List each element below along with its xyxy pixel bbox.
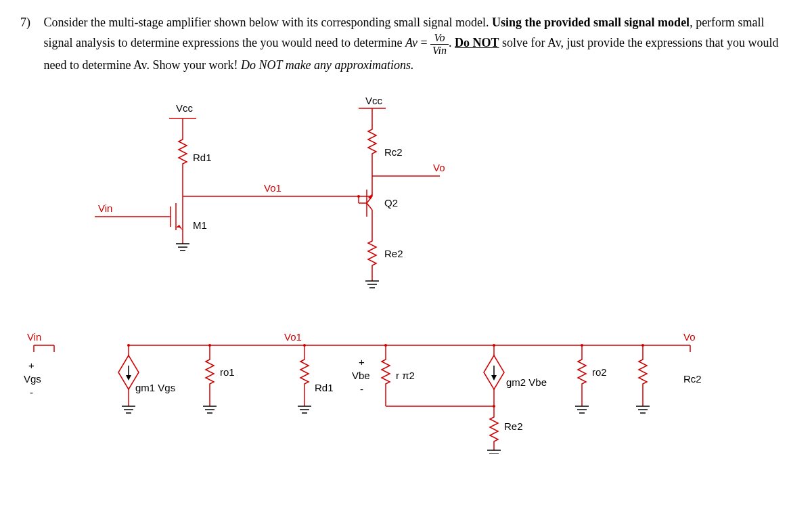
schematic-top: Vcc Rd1 Vo1 Vin M1 Vcc Rc2 Vo Q2 (61, 95, 494, 311)
frac-num: Vo (430, 32, 449, 45)
schematic-svg: Vcc Rd1 Vo1 Vin M1 Vcc Rc2 Vo Q2 (61, 95, 494, 311)
ss-re2: Re2 (504, 420, 523, 432)
svg-marker-37 (126, 375, 131, 380)
ss-rd1: Rd1 (315, 382, 334, 393)
ss-rpi2: r π2 (396, 370, 415, 381)
eq-av: Av (405, 36, 418, 49)
svg-marker-9 (176, 225, 183, 230)
ss-ro1: ro1 (220, 366, 235, 378)
ss-plus1: + (28, 360, 35, 371)
svg-point-43 (127, 344, 130, 347)
svg-point-66 (493, 344, 495, 347)
small-signal-model: Vin + Vgs - gm1 Vgs ro1 Vo1 Rd1 + Vbe - … (20, 318, 765, 454)
svg-point-49 (208, 344, 211, 347)
text-italic-end: Do NOT make any approximations. (241, 58, 414, 72)
ss-vin: Vin (27, 331, 41, 343)
label-vcc2: Vcc (365, 95, 383, 106)
frac-den: Vin (430, 45, 449, 57)
problem-body: Consider the multi-stage amplifier shown… (44, 14, 788, 74)
label-vin: Vin (98, 202, 112, 214)
label-vo: Vo (433, 162, 445, 173)
svg-point-25 (357, 195, 360, 198)
svg-point-85 (641, 344, 644, 347)
text-p1: Consider the multi-stage amplifier shown… (44, 16, 492, 29)
text-p3: . (449, 36, 455, 49)
ss-minus2: - (360, 383, 363, 395)
ss-vgs: Vgs (24, 373, 41, 385)
label-re2: Re2 (384, 248, 403, 259)
svg-point-78 (581, 344, 583, 347)
text-donot: Do NOT (455, 36, 499, 49)
ss-vo: Vo (683, 331, 696, 343)
problem-number: 7) (20, 14, 41, 32)
ss-vo1: Vo1 (284, 331, 302, 343)
smallsignal-svg: Vin + Vgs - gm1 Vgs ro1 Vo1 Rd1 + Vbe - … (20, 318, 765, 454)
fraction: VoVin (430, 32, 449, 56)
label-rc2: Rc2 (384, 146, 403, 158)
ss-plus2: + (359, 356, 365, 368)
ss-ro2: ro2 (592, 366, 607, 378)
label-vcc1: Vcc (176, 102, 194, 114)
svg-line-21 (367, 203, 372, 210)
label-rd1: Rd1 (193, 152, 212, 163)
problem-statement: 7) Consider the multi-stage amplifier sh… (20, 14, 792, 74)
ss-gm1vgs: gm1 Vgs (135, 382, 175, 393)
ss-gm2vbe: gm2 Vbe (506, 376, 547, 388)
ss-minus1: - (30, 387, 33, 398)
label-m1: M1 (193, 219, 207, 231)
ss-rc2: Rc2 (683, 373, 702, 385)
ss-vbe: Vbe (352, 370, 370, 381)
text-bold1: Using the provided small signal model (492, 16, 690, 29)
label-vo1: Vo1 (264, 182, 281, 194)
label-q2: Q2 (384, 197, 398, 209)
svg-marker-64 (491, 375, 497, 380)
